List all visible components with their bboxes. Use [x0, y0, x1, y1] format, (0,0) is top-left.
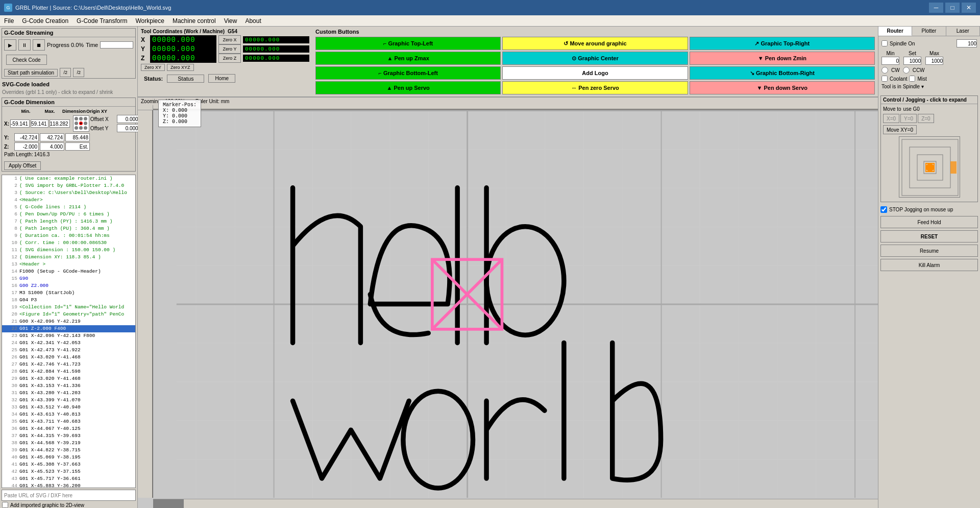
url-paste-input[interactable] [2, 493, 135, 498]
import-checkbox[interactable] [2, 502, 8, 508]
code-line[interactable]: 32G01 X-43.399 Y-41.070 [2, 397, 135, 404]
y0-button[interactable]: Y=0 [900, 114, 917, 123]
tool-in-spindle-label[interactable]: Tool is in Spindle ▾ [881, 83, 977, 90]
code-line[interactable]: 38G01 X-44.568 Y-39.219 [2, 440, 135, 447]
play-button[interactable]: ▶ [4, 39, 16, 51]
max-spindle-input[interactable] [925, 57, 943, 65]
code-line[interactable]: 3( Source: C:\Users\Dell\Desktop\Hello [2, 189, 135, 197]
custom-button[interactable]: Add Logo [502, 66, 688, 80]
apply-offset-button[interactable]: Apply Offset [4, 161, 41, 170]
menu-item-machine-control[interactable]: Machine control [168, 15, 220, 26]
spindle-pct-input[interactable] [957, 39, 977, 47]
custom-button[interactable]: ↗ Graphic Top-Right [690, 37, 875, 50]
code-line[interactable]: 12( Dimension XY: 118.3 85.4 ) [2, 254, 135, 261]
menu-item-about[interactable]: About [241, 15, 265, 26]
maximize-button[interactable]: □ [945, 3, 960, 13]
stop-jogging-checkbox[interactable] [880, 206, 887, 213]
menu-item-g-code-transform[interactable]: G-Code Transform [72, 15, 131, 26]
move-xy0-button[interactable]: Move XY=0 [883, 125, 917, 134]
set-spindle-input[interactable] [903, 57, 921, 65]
code-line[interactable]: 31G01 X-43.280 Y-41.203 [2, 390, 135, 397]
check-code-button[interactable]: Check Code [6, 55, 47, 65]
code-line[interactable]: 2( SVG import by GRBL-Plotter 1.7.4.0 [2, 182, 135, 189]
menu-item-file[interactable]: File [0, 15, 18, 26]
spindle-on-checkbox[interactable] [881, 40, 888, 46]
code-line[interactable]: 17M3 S1000 (StartJob) [2, 289, 135, 297]
code-line[interactable]: 19<Collection Id="1" Name="Hello World [2, 304, 135, 311]
code-line[interactable]: 35G01 X-43.711 Y-40.683 [2, 418, 135, 425]
code-line[interactable]: 28G01 X-42.884 Y-41.598 [2, 368, 135, 375]
code-list[interactable]: 1( Use case: example router.ini )2( SVG … [2, 175, 136, 488]
jogging-header[interactable]: Control / Jogging - click to expand [881, 96, 977, 104]
custom-button[interactable]: ▲ Pen up Zmax [315, 52, 501, 65]
code-line[interactable]: 18G04 P3 [2, 297, 135, 304]
horizontal-scrollbar[interactable] [153, 499, 878, 508]
code-line[interactable]: 37G01 X-44.315 Y-39.693 [2, 432, 135, 440]
code-line[interactable]: 5( G-Code lines : 2114 ) [2, 204, 135, 211]
menu-item-g-code-creation[interactable]: G-Code Creation [18, 15, 72, 26]
code-line[interactable]: 9( Duration ca. : 00:01:54 hh:ms [2, 232, 135, 239]
reset-button[interactable]: RESET [880, 230, 978, 243]
feed-hold-button[interactable]: Feed Hold [880, 216, 978, 228]
tab-router[interactable]: Router [878, 27, 912, 36]
cw-radio[interactable] [881, 67, 888, 74]
kill-alarm-button[interactable]: Kill Alarm [880, 259, 978, 271]
custom-button[interactable]: ▼ Pen down Zmin [690, 52, 875, 65]
code-line[interactable]: 20<Figure Id="1" Geometry="path" PenCo [2, 311, 135, 318]
custom-button[interactable]: ↘ Graphic Bottom-Right [690, 66, 875, 80]
custom-button[interactable]: ▼ Pen down Servo [690, 81, 875, 94]
offset-y-input[interactable] [117, 124, 140, 132]
code-line[interactable]: 41G01 X-45.308 Y-37.663 [2, 461, 135, 468]
code-line[interactable]: 24G01 X-42.341 Y-42.053 [2, 340, 135, 347]
code-line[interactable]: 22G01 Z-2.000 F400 [2, 325, 135, 332]
x0-button[interactable]: X=0 [883, 114, 899, 123]
code-line[interactable]: 16G00 Z2.000 [2, 282, 135, 289]
menu-item-workpiece[interactable]: Workpiece [131, 15, 168, 26]
code-line[interactable]: 43G01 X-45.717 Y-36.661 [2, 475, 135, 482]
code-line[interactable]: 23G01 X-42.096 Y-42.143 F800 [2, 332, 135, 340]
code-line[interactable]: 27G01 X-42.746 Y-41.723 [2, 361, 135, 368]
zero-y-button[interactable]: Zero Y [218, 44, 241, 54]
custom-button[interactable]: ↔ Pen zero Servo [502, 81, 688, 94]
offset-x-input[interactable] [117, 115, 140, 123]
zero-z-button[interactable]: Zero Z [218, 54, 241, 63]
code-line[interactable]: 29G01 X-43.020 Y-41.468 [2, 375, 135, 382]
code-line[interactable]: 14F1000 (Setup - GCode-Header) [2, 268, 135, 275]
code-line[interactable]: 6( Pen Down/Up PD/PU : 6 times ) [2, 211, 135, 218]
code-line[interactable]: 26G01 X-43.020 Y-41.468 [2, 354, 135, 361]
mist-checkbox[interactable] [909, 76, 915, 82]
code-line[interactable]: 7( Path length (PY) : 1416.3 mm ) [2, 218, 135, 225]
zero-x-button[interactable]: Zero X [218, 35, 241, 44]
tab-laser[interactable]: Laser [946, 27, 980, 36]
canvas-area[interactable]: Zooming : 100.00% Ruler Unit: mm Marker-… [138, 98, 878, 508]
code-line[interactable]: 21G00 X-42.096 Y-42.219 [2, 318, 135, 325]
code-line[interactable]: 25G01 X-42.473 Y-41.922 [2, 347, 135, 354]
code-line[interactable]: 33G01 X-43.512 Y-40.940 [2, 404, 135, 411]
start-simulation-button[interactable]: Start path simulation [4, 69, 58, 77]
origin-selector[interactable] [73, 115, 89, 132]
pause-button[interactable]: ⏸ [18, 39, 31, 51]
min-spindle-input[interactable] [881, 57, 899, 65]
code-line[interactable]: 40G01 X-45.069 Y-38.195 [2, 454, 135, 461]
home-button[interactable]: Home [208, 74, 235, 83]
code-line[interactable]: 39G01 X-44.822 Y-38.715 [2, 447, 135, 454]
code-line[interactable]: 4<Header> [2, 197, 135, 204]
code-line[interactable]: 44G01 X-45.883 Y-36.200 [2, 482, 135, 488]
sim-nav-fwd[interactable]: /2 [73, 68, 84, 77]
minimize-button[interactable]: ─ [929, 3, 943, 13]
stop-button[interactable]: ⏹ [33, 39, 45, 51]
code-line[interactable]: 11( SVG dimension : 150.00 150.00 ) [2, 247, 135, 254]
code-line[interactable]: 36G01 X-44.067 Y-40.125 [2, 425, 135, 432]
menu-item-view[interactable]: View [220, 15, 241, 26]
tab-plotter[interactable]: Plotter [912, 27, 946, 36]
ccw-radio[interactable] [903, 67, 910, 74]
close-button[interactable]: ✕ [962, 3, 976, 13]
code-line[interactable]: 1( Use case: example router.ini ) [2, 175, 135, 182]
coolant-checkbox[interactable] [881, 76, 888, 82]
code-line[interactable]: 34G01 X-43.613 Y-40.813 [2, 411, 135, 418]
code-line[interactable]: 10( Corr. time : 00:00:00.086530 [2, 239, 135, 247]
zero-xy-button[interactable]: Zero XY [141, 64, 165, 71]
custom-button[interactable]: ↺ Move around graphic [502, 37, 688, 50]
custom-button[interactable]: ▲ Pen up Servo [315, 81, 501, 94]
code-line[interactable]: 30G01 X-43.153 Y-41.336 [2, 382, 135, 390]
